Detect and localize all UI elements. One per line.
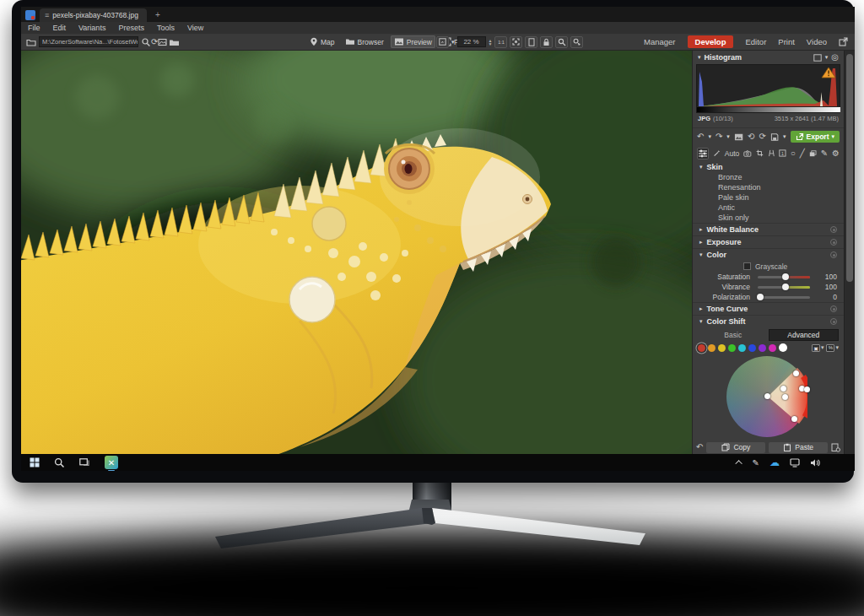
tray-expand-icon[interactable] (735, 460, 742, 467)
swatch-red[interactable] (698, 344, 705, 352)
wheel-handle[interactable] (791, 416, 797, 422)
volume-icon[interactable] (810, 458, 821, 467)
gradient-filter-icon[interactable]: ╱ (800, 149, 805, 158)
adjustments-tool-button[interactable] (697, 148, 709, 159)
swatch-cyan[interactable] (738, 344, 746, 352)
polarization-handle[interactable] (757, 294, 764, 300)
actual-size-button[interactable]: 1:1 (494, 36, 507, 48)
apply-settings-icon[interactable] (831, 443, 840, 452)
histogram-settings-icon[interactable]: ◎ (831, 53, 839, 62)
document-tab[interactable]: ≡ pexels-pixabay-403768.jpg (40, 8, 147, 22)
redo-caret[interactable]: ▾ (726, 133, 730, 140)
paste-button[interactable]: Paste (769, 442, 828, 453)
pan-tool-button[interactable] (570, 36, 583, 48)
histogram-display-caret[interactable]: ▾ (825, 54, 829, 61)
section-options-icon[interactable] (830, 226, 837, 233)
brush-tool-icon[interactable]: ✎ (821, 149, 828, 158)
section-color-shift[interactable]: ▾Color Shift (693, 315, 844, 327)
compare-image-icon[interactable] (734, 132, 743, 142)
folder-icon[interactable] (26, 37, 36, 47)
section-color[interactable]: ▾Color (693, 248, 844, 261)
swatch-magenta[interactable] (769, 344, 776, 352)
menu-edit[interactable]: Edit (53, 24, 67, 32)
reset-icon[interactable]: ↶ (696, 443, 703, 451)
wheel-handle[interactable] (780, 386, 786, 392)
swatch-orange[interactable] (708, 344, 716, 352)
section-options-icon[interactable] (830, 239, 837, 246)
saturation-handle[interactable] (782, 273, 789, 280)
rotate-right-icon[interactable]: ⟳ (759, 132, 765, 141)
tab-basic[interactable]: Basic (698, 329, 769, 341)
mode-editor[interactable]: Editor (745, 37, 766, 46)
redo-icon[interactable]: ↷ (716, 132, 722, 141)
wheel-display-button[interactable]: ▣▾ (812, 344, 824, 352)
menu-tools[interactable]: Tools (157, 24, 175, 32)
swatch-green[interactable] (728, 344, 736, 352)
menu-view[interactable]: View (187, 24, 203, 32)
section-exposure[interactable]: ▸Exposure (693, 235, 844, 248)
zoom-stepper[interactable]: ▲▼ (489, 39, 493, 46)
zoom-tool-button[interactable] (555, 36, 568, 48)
lock-zoom-button[interactable] (540, 36, 553, 48)
section-tone-curve[interactable]: ▸Tone Curve (693, 302, 844, 315)
grayscale-checkbox[interactable] (743, 262, 751, 270)
section-options-icon[interactable] (830, 305, 837, 312)
vignette-tool-icon[interactable]: ○ (791, 149, 796, 158)
refresh-icon[interactable]: ⟳ (151, 38, 158, 46)
wheel-handle[interactable] (782, 394, 788, 400)
auto-wand-icon[interactable] (713, 149, 721, 158)
tray-pen-icon[interactable]: ✎ (753, 458, 759, 467)
onedrive-cloud-icon[interactable]: ☁ (770, 457, 780, 468)
zoom-mode-caret[interactable]: ▾ (451, 39, 455, 46)
preset-group-skin[interactable]: ▾ Skin (693, 161, 844, 172)
preview-button[interactable]: Preview (391, 35, 435, 48)
section-white-balance[interactable]: ▸White Balance (693, 223, 844, 235)
vibrance-handle[interactable] (782, 284, 789, 290)
histogram-display-icon[interactable] (813, 54, 822, 62)
swatch-yellow[interactable] (718, 344, 726, 352)
preset-renesantion[interactable]: Renesantion (693, 182, 844, 192)
wheel-mode-button[interactable]: %▾ (826, 344, 839, 352)
zoner-app-icon[interactable]: ✕ (105, 456, 118, 469)
open-folder-icon[interactable] (169, 37, 180, 47)
browser-button[interactable]: Browser (342, 35, 387, 48)
taskbar-search-icon[interactable] (54, 457, 65, 468)
menu-presets[interactable]: Presets (118, 24, 144, 32)
path-input[interactable]: M:\ZonerSoftware\Na...\FotosetWeb (39, 36, 138, 47)
panel-scrollbar[interactable] (844, 51, 855, 454)
search-icon[interactable] (141, 37, 151, 47)
external-window-icon[interactable] (839, 37, 848, 46)
zoom-mode-button[interactable] (436, 36, 449, 48)
vibrance-slider[interactable] (758, 286, 810, 289)
polarization-slider[interactable] (758, 296, 810, 299)
save-icon[interactable] (770, 132, 779, 142)
preset-skin-only[interactable]: Skin only (693, 213, 844, 223)
save-caret[interactable]: ▾ (783, 133, 786, 140)
tab-advanced[interactable]: Advanced (769, 329, 840, 341)
section-options-icon[interactable] (830, 318, 837, 325)
photo-canvas[interactable] (21, 51, 692, 454)
auto-label[interactable]: Auto (725, 149, 740, 158)
settings-gear-icon[interactable]: ⚙ (832, 149, 840, 158)
swatch-blue[interactable] (748, 344, 756, 352)
mode-print[interactable]: Print (778, 37, 795, 46)
rotate-left-icon[interactable]: ⟲ (748, 132, 754, 141)
crop-icon[interactable] (756, 149, 764, 158)
layers-icon[interactable] (809, 149, 817, 158)
windows-start-icon[interactable] (30, 457, 40, 467)
straighten-icon[interactable] (768, 149, 775, 158)
wheel-handle[interactable] (764, 393, 770, 399)
preset-bronze[interactable]: Bronze (693, 172, 844, 182)
mode-video[interactable]: Video (807, 37, 827, 46)
swatch-purple[interactable] (759, 344, 766, 352)
scrollbar-thumb[interactable] (846, 54, 853, 282)
zoom-percent-field[interactable]: 22 % (457, 36, 486, 47)
copy-button[interactable]: Copy (706, 442, 765, 453)
frame-tool-icon[interactable]: 1 (779, 149, 786, 158)
mode-manager[interactable]: Manager (644, 37, 676, 46)
swatch-white[interactable] (779, 343, 787, 352)
preset-antic[interactable]: Antic (693, 203, 844, 213)
menu-variants[interactable]: Variants (78, 24, 105, 32)
fit-screen-button[interactable] (510, 36, 522, 48)
section-options-icon[interactable] (830, 251, 837, 258)
